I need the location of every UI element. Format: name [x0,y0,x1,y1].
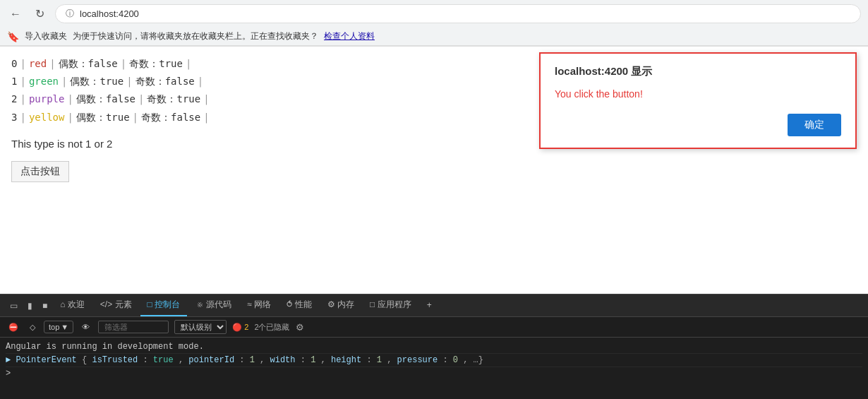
bookmarks-link[interactable]: 检查个人资料 [324,30,375,42]
devtools-close-button[interactable]: ■ [38,298,52,314]
sources-icon: ⨳ [195,299,204,309]
bookmarks-bar: 🔖 导入收藏夹 为便于快速访问，请将收藏夹放在收藏夹栏上。正在查找收藏夹？ 检查… [0,28,868,46]
browser-toolbar: ← ↻ ⓘ localhost:4200 [0,0,868,28]
devtools-dock-button[interactable]: ▭ [6,298,22,314]
warning-badge: 🔴 2 [232,323,248,332]
tab-sources[interactable]: ⨳ 源代码 [188,294,239,316]
browser-chrome: ← ↻ ⓘ localhost:4200 🔖 导入收藏夹 为便于快速访问，请将收… [0,0,868,47]
tab-performance[interactable]: ⥀ 性能 [279,294,318,316]
home-icon: ⌂ [60,299,65,309]
tab-more[interactable]: + [420,296,439,316]
console-line: Angular is running in development mode. [6,340,862,354]
address-bar[interactable]: ⓘ localhost:4200 [55,4,861,23]
tab-welcome[interactable]: ⌂ 欢迎 [53,294,92,316]
hidden-badge: 2个已隐藏 [254,322,289,333]
clear-console-button[interactable]: ⛔ [6,321,21,333]
console-settings-icon[interactable]: ⚙ [296,322,304,333]
tab-memory[interactable]: ⚙ 内存 [320,294,361,316]
console-icon: □ [147,299,152,309]
devtools-toolbar: ⛔ ◇ top ▼ 👁 默认级别 🔴 2 2个已隐藏 ⚙ [0,317,868,338]
context-selector[interactable]: top ▼ [44,321,73,333]
eye-button[interactable]: 👁 [79,321,92,333]
devtools-panel: ▭ ▮ ■ ⌂ 欢迎 </> 元素 □ 控制台 ⨳ 源代码 ≈ 网络 ⥀ 性能 … [0,294,868,399]
filter-toggle-button[interactable]: ◇ [27,321,38,333]
memory-icon: ⚙ [327,299,335,309]
import-label[interactable]: 导入收藏夹 [25,30,67,42]
elements-icon: </> [100,299,112,309]
alert-dialog: localhost:4200 显示 You click the button! … [539,52,857,149]
application-icon: □ [370,299,375,309]
main-content: 0 | red | 偶数：false | 奇数：true | 1 | green… [0,47,868,294]
chevron-down-icon: ▼ [61,323,68,331]
tab-network[interactable]: ≈ 网络 [240,294,278,316]
filter-input[interactable] [98,321,169,333]
tab-elements[interactable]: </> 元素 [93,294,139,316]
url-text: localhost:4200 [80,8,139,19]
bookmarks-icon: 🔖 [7,31,19,42]
network-icon: ≈ [247,299,252,309]
top-label: top [49,323,59,331]
tab-application[interactable]: □ 应用程序 [363,294,418,316]
devtools-console: Angular is running in development mode. … [0,338,868,399]
alert-footer: 确定 [555,114,841,136]
console-line[interactable]: ► PointerEvent { isTrusted : true , poin… [6,354,862,367]
alert-overlay: localhost:4200 显示 You click the button! … [0,47,868,294]
performance-icon: ⥀ [287,299,292,309]
back-button[interactable]: ← [7,6,24,23]
level-select[interactable]: 默认级别 [174,320,227,334]
devtools-undock-button[interactable]: ▮ [23,298,37,314]
lock-icon: ⓘ [66,8,74,20]
tab-console[interactable]: □ 控制台 [140,294,188,316]
devtools-tabs: ▭ ▮ ■ ⌂ 欢迎 </> 元素 □ 控制台 ⨳ 源代码 ≈ 网络 ⥀ 性能 … [0,294,868,317]
alert-title: localhost:4200 显示 [555,65,841,78]
alert-message: You click the button! [555,88,841,100]
refresh-button[interactable]: ↻ [31,6,48,23]
bookmarks-prompt: 为便于快速访问，请将收藏夹放在收藏夹栏上。正在查找收藏夹？ [73,30,318,42]
console-prompt: > [6,367,862,380]
alert-ok-button[interactable]: 确定 [788,114,841,136]
